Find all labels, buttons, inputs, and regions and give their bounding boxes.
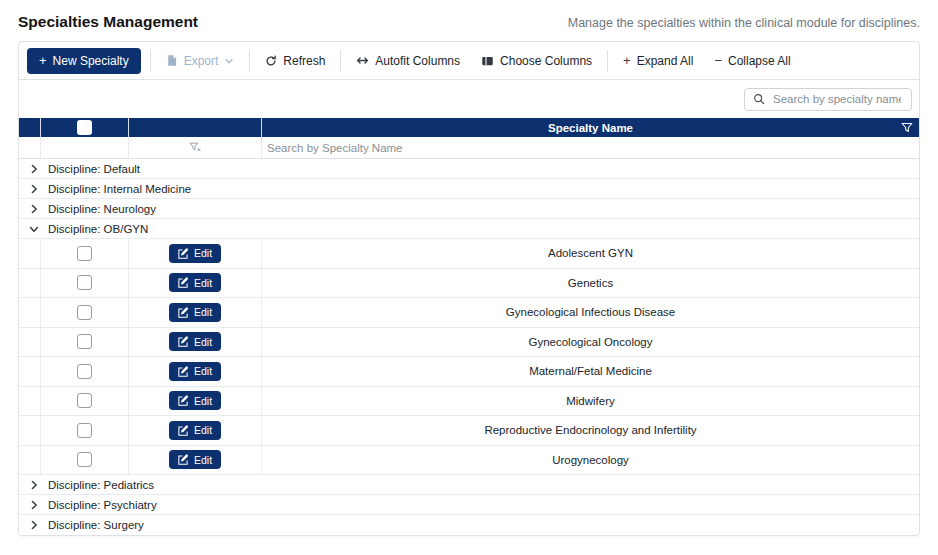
specialty-name-filter-input[interactable] [262,141,919,155]
edit-button[interactable]: Edit [169,244,221,263]
discipline-group-row[interactable]: Discipline: OB/GYN [19,219,919,239]
specialty-name: Adolescent GYN [548,247,633,259]
row-checkbox[interactable] [77,334,92,349]
grid-cell [40,416,128,445]
edit-button-label: Edit [194,365,212,377]
edit-column-header [128,118,261,137]
specialty-row: EditAdolescent GYN [19,239,919,269]
toolbar: + New Specialty Export Refresh Autof [19,42,919,80]
discipline-group-label: Discipline: Pediatrics [48,479,154,491]
discipline-group-row[interactable]: Discipline: Neurology [19,199,919,219]
select-all-checkbox[interactable] [77,120,92,135]
discipline-group-row[interactable]: Discipline: Internal Medicine [19,179,919,199]
edit-button[interactable]: Edit [169,273,221,292]
edit-button[interactable]: Edit [169,303,221,322]
edit-pencil-icon [178,277,189,288]
discipline-group-row[interactable]: Discipline: Surgery [19,515,919,535]
search-input[interactable] [771,92,903,106]
table-columns-icon [481,55,494,67]
grid-cell: Edit [128,416,261,445]
grid-cell: Adolescent GYN [261,239,919,268]
grid-cell [128,137,261,158]
new-specialty-label: New Specialty [53,54,129,68]
grid-cell [261,137,919,158]
choose-columns-label: Choose Columns [500,54,592,68]
grid-cell: Edit [128,357,261,386]
grid-cell [40,446,128,475]
chevron-right-icon[interactable] [29,480,40,490]
row-checkbox[interactable] [77,305,92,320]
row-checkbox[interactable] [77,246,92,261]
edit-button[interactable]: Edit [169,332,221,351]
grid-cell [19,137,40,158]
specialty-name: Gynecological Infectious Disease [506,306,675,318]
grid-cell [40,298,128,327]
grid-cell: Midwifery [261,387,919,416]
edit-button[interactable]: Edit [169,391,221,410]
specialty-name-column-header[interactable]: Specialty Name [261,118,919,137]
autofit-columns-label: Autofit Columns [375,54,460,68]
row-checkbox[interactable] [77,275,92,290]
page-title: Specialties Management [18,13,198,31]
refresh-label: Refresh [283,54,325,68]
grid-cell: Edit [128,298,261,327]
row-checkbox[interactable] [77,393,92,408]
refresh-button[interactable]: Refresh [259,50,331,72]
search-row [19,80,919,118]
row-checkbox[interactable] [77,452,92,467]
grid-cell: Edit [128,387,261,416]
discipline-group-label: Discipline: Psychiatry [48,499,157,511]
choose-columns-button[interactable]: Choose Columns [475,50,598,72]
edit-pencil-icon [178,425,189,436]
specialty-row: EditGynecological Oncology [19,328,919,358]
grid-cell [19,328,40,357]
discipline-group-row[interactable]: Discipline: Pediatrics [19,475,919,495]
refresh-icon [265,55,277,67]
edit-pencil-icon [178,336,189,347]
grid-cell [19,387,40,416]
plus-icon: + [39,54,47,67]
edit-button-label: Edit [194,306,212,318]
specialty-row: EditMaternal/Fetal Medicine [19,357,919,387]
chevron-right-icon[interactable] [29,184,40,194]
grid-cell: Reproductive Endocrinology and Infertili… [261,416,919,445]
plus-icon: + [623,54,631,67]
edit-button[interactable]: Edit [169,362,221,381]
chevron-right-icon[interactable] [29,520,40,530]
chevron-right-icon[interactable] [29,500,40,510]
export-button[interactable]: Export [160,50,241,72]
grid-cell: Gynecological Oncology [261,328,919,357]
grid-cell: Gynecological Infectious Disease [261,298,919,327]
chevron-down-icon[interactable] [29,224,40,234]
grid-cell [40,328,128,357]
grid-cell [40,357,128,386]
expand-all-button[interactable]: + Expand All [617,50,699,72]
new-specialty-button[interactable]: + New Specialty [27,48,141,74]
funnel-icon[interactable] [901,122,913,134]
chevron-right-icon[interactable] [29,204,40,214]
funnel-x-icon[interactable] [189,141,202,154]
collapse-all-button[interactable]: − Collapse All [708,50,796,72]
checkbox-column-header [40,118,128,137]
search-input-wrapper[interactable] [744,88,912,111]
autofit-columns-button[interactable]: Autofit Columns [350,50,466,72]
filter-row [19,137,919,159]
edit-button[interactable]: Edit [169,450,221,469]
page-header: Specialties Management Manage the specia… [0,0,938,31]
edit-button-label: Edit [194,454,212,466]
specialty-row: EditReproductive Endocrinology and Infer… [19,416,919,446]
toolbar-divider [150,50,151,72]
row-checkbox[interactable] [77,423,92,438]
minus-icon: − [714,54,722,67]
row-checkbox[interactable] [77,364,92,379]
toolbar-divider [340,50,341,72]
specialty-name: Gynecological Oncology [528,336,652,348]
edit-button[interactable]: Edit [169,421,221,440]
chevron-right-icon[interactable] [29,164,40,174]
grid-cell [40,239,128,268]
grid-cell [40,137,128,158]
edit-button-label: Edit [194,424,212,436]
discipline-group-row[interactable]: Discipline: Psychiatry [19,495,919,515]
specialty-name: Reproductive Endocrinology and Infertili… [484,424,696,436]
discipline-group-row[interactable]: Discipline: Default [19,159,919,179]
